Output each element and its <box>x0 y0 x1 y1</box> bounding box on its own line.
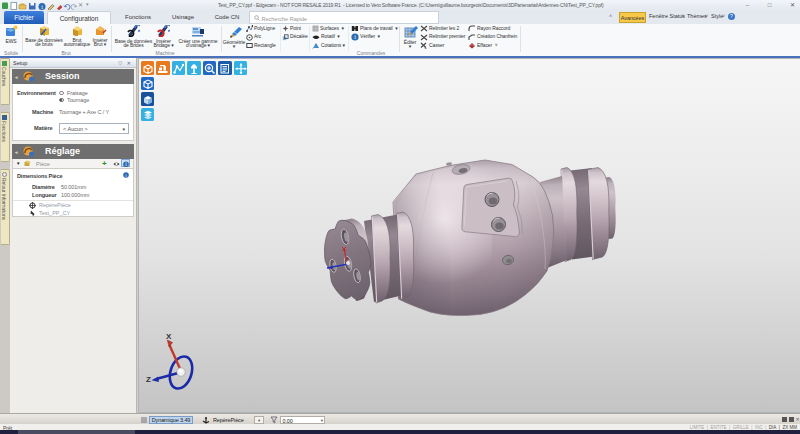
svg-text:Z: Z <box>146 375 151 384</box>
svg-text:X: X <box>166 332 172 341</box>
